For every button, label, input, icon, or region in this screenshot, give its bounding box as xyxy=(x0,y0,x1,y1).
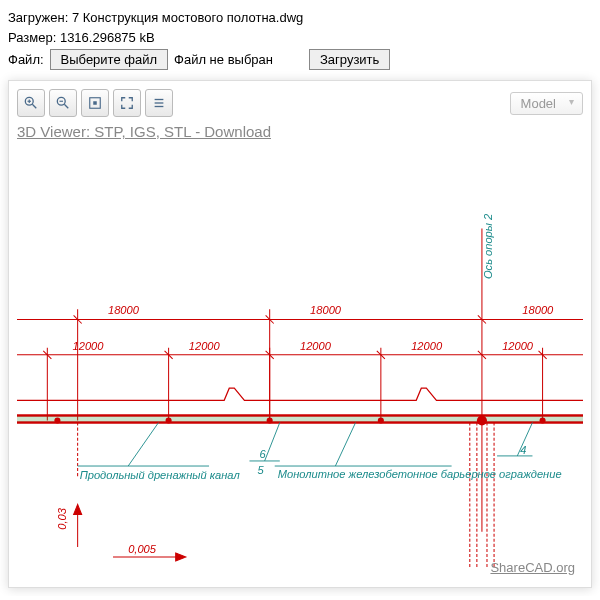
svg-text:0,03: 0,03 xyxy=(56,507,68,529)
no-file-label: Файл не выбран xyxy=(174,50,273,70)
svg-rect-8 xyxy=(93,101,97,105)
svg-rect-41 xyxy=(17,416,583,421)
cad-drawing: Ось опоры 2 18000 18000 18000 12000 1200… xyxy=(17,161,583,579)
viewer-toolbar: Model xyxy=(17,89,583,117)
svg-text:4: 4 xyxy=(520,444,526,456)
svg-marker-67 xyxy=(74,504,82,514)
svg-text:12000: 12000 xyxy=(502,340,534,352)
svg-text:6: 6 xyxy=(260,448,267,460)
svg-text:12000: 12000 xyxy=(189,340,221,352)
upload-button[interactable]: Загрузить xyxy=(309,49,390,70)
svg-line-5 xyxy=(64,104,68,108)
svg-marker-70 xyxy=(176,553,186,561)
svg-point-45 xyxy=(378,418,384,424)
svg-line-53 xyxy=(128,423,158,466)
zoom-in-button[interactable] xyxy=(17,89,45,117)
fullscreen-button[interactable] xyxy=(113,89,141,117)
svg-line-55 xyxy=(265,423,280,461)
svg-line-57 xyxy=(335,423,355,466)
svg-text:Монолитное железобетонное барь: Монолитное железобетонное барьерное огра… xyxy=(278,468,562,480)
svg-text:12000: 12000 xyxy=(300,340,332,352)
svg-point-44 xyxy=(267,418,273,424)
svg-point-43 xyxy=(166,418,172,424)
file-prefix-label: Файл: xyxy=(8,50,44,70)
svg-text:18000: 18000 xyxy=(522,304,554,316)
watermark-link[interactable]: ShareCAD.org xyxy=(490,560,575,575)
model-select[interactable]: Model xyxy=(510,92,583,115)
file-size-label: Размер: 1316.296875 kB xyxy=(8,28,592,48)
svg-line-1 xyxy=(32,104,36,108)
svg-point-46 xyxy=(477,415,487,425)
svg-text:18000: 18000 xyxy=(108,304,140,316)
viewer-panel: Model 3D Viewer: STP, IGS, STL - Downloa… xyxy=(8,80,592,588)
drawing-canvas[interactable]: Ось опоры 2 18000 18000 18000 12000 1200… xyxy=(17,161,583,579)
svg-point-42 xyxy=(54,418,60,424)
3d-viewer-link[interactable]: 3D Viewer: STP, IGS, STL - Download xyxy=(17,123,271,140)
svg-text:18000: 18000 xyxy=(310,304,342,316)
layers-button[interactable] xyxy=(145,89,173,117)
zoom-out-button[interactable] xyxy=(49,89,77,117)
svg-point-47 xyxy=(540,418,546,424)
svg-text:5: 5 xyxy=(258,464,265,476)
choose-file-button[interactable]: Выберите файл xyxy=(50,49,168,70)
axis-label: Ось опоры 2 xyxy=(482,213,494,279)
fit-window-button[interactable] xyxy=(81,89,109,117)
svg-text:12000: 12000 xyxy=(411,340,443,352)
svg-text:12000: 12000 xyxy=(73,340,105,352)
svg-text:Продольный дренажный канал: Продольный дренажный канал xyxy=(80,469,241,481)
svg-text:0,005: 0,005 xyxy=(128,543,157,555)
loaded-file-label: Загружен: 7 Конструкция мостового полотн… xyxy=(8,8,592,28)
